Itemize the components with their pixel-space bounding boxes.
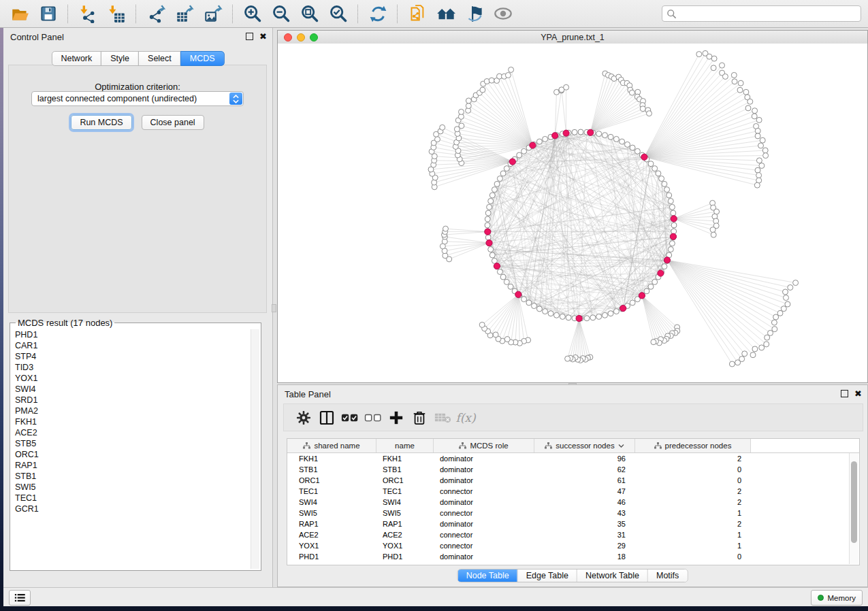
- network-node[interactable]: [505, 73, 511, 78]
- network-node[interactable]: [648, 161, 654, 167]
- network-node[interactable]: [755, 133, 760, 139]
- network-node[interactable]: [485, 216, 490, 222]
- tab-node-table[interactable]: Node Table: [458, 569, 517, 582]
- network-node[interactable]: [487, 204, 492, 210]
- network-node[interactable]: [748, 99, 753, 104]
- network-node[interactable]: [752, 114, 757, 119]
- mcds-result-item[interactable]: SRD1: [15, 395, 251, 406]
- network-node[interactable]: [543, 136, 548, 142]
- zoom-in-button[interactable]: [242, 3, 263, 24]
- network-node[interactable]: [771, 320, 777, 325]
- network-node[interactable]: [492, 187, 497, 193]
- search-box[interactable]: [662, 5, 861, 22]
- table-row[interactable]: PHD1PHD1dominator180: [287, 551, 859, 562]
- network-node[interactable]: [564, 84, 569, 90]
- network-node[interactable]: [648, 284, 654, 289]
- column-header-successor-nodes[interactable]: successor nodes: [534, 439, 635, 452]
- network-node[interactable]: [711, 65, 716, 71]
- network-node[interactable]: [613, 309, 619, 314]
- network-node[interactable]: [772, 327, 777, 332]
- mcds-result-item[interactable]: STB5: [15, 438, 251, 449]
- network-node[interactable]: [488, 199, 494, 204]
- network-node[interactable]: [758, 143, 764, 148]
- network-node[interactable]: [735, 360, 741, 365]
- network-node[interactable]: [640, 106, 645, 112]
- network-node[interactable]: [785, 301, 790, 307]
- network-node[interactable]: [435, 137, 440, 142]
- home-button[interactable]: [436, 3, 456, 24]
- network-node[interactable]: [793, 280, 799, 286]
- mcds-result-item[interactable]: RAP1: [15, 460, 251, 471]
- network-node[interactable]: [762, 148, 768, 153]
- deselect-all-button[interactable]: [361, 407, 385, 429]
- network-node[interactable]: [572, 129, 577, 135]
- network-node[interactable]: [634, 148, 640, 154]
- network-node[interactable]: [745, 105, 751, 111]
- zoom-out-button[interactable]: [271, 3, 291, 24]
- network-node[interactable]: [668, 247, 673, 252]
- tab-network-table[interactable]: Network Table: [577, 569, 647, 582]
- network-node[interactable]: [443, 226, 449, 231]
- network-node[interactable]: [764, 342, 769, 347]
- add-column-button[interactable]: [385, 407, 408, 429]
- mcds-result-item[interactable]: GCR1: [15, 503, 251, 514]
- network-node[interactable]: [671, 222, 677, 228]
- network-node[interactable]: [543, 309, 548, 314]
- mcds-dominator-node[interactable]: [552, 133, 558, 139]
- network-node[interactable]: [602, 312, 608, 318]
- network-node[interactable]: [754, 182, 760, 188]
- network-node[interactable]: [613, 136, 619, 142]
- export-image-button[interactable]: [203, 3, 223, 24]
- table-row[interactable]: FKH1FKH1dominator962: [287, 453, 859, 464]
- network-node[interactable]: [763, 153, 769, 159]
- mcds-list-scrollbar[interactable]: [251, 329, 259, 569]
- network-node[interactable]: [521, 297, 527, 302]
- table-row[interactable]: SWI5SWI5connector431: [287, 508, 859, 518]
- panel-divider-grip[interactable]: [272, 304, 276, 312]
- mcds-result-item[interactable]: STP4: [15, 351, 251, 362]
- network-node[interactable]: [755, 167, 760, 173]
- network-node[interactable]: [440, 125, 445, 130]
- network-node[interactable]: [743, 89, 749, 95]
- network-node[interactable]: [497, 176, 502, 182]
- network-node[interactable]: [662, 264, 667, 269]
- network-node[interactable]: [659, 176, 664, 182]
- mcds-dominator-node[interactable]: [530, 142, 536, 148]
- network-node[interactable]: [509, 67, 514, 73]
- network-node[interactable]: [489, 252, 495, 258]
- network-node[interactable]: [742, 351, 748, 357]
- network-node[interactable]: [644, 288, 649, 294]
- mcds-result-item[interactable]: SWI5: [15, 482, 251, 493]
- mcds-result-item[interactable]: YOX1: [15, 373, 251, 384]
- network-node[interactable]: [466, 98, 471, 103]
- mcds-dominator-node[interactable]: [671, 216, 677, 222]
- search-input[interactable]: [677, 8, 861, 19]
- network-node[interactable]: [459, 123, 464, 129]
- network-node[interactable]: [554, 312, 560, 318]
- import-table-button[interactable]: [106, 3, 127, 24]
- show-columns-button[interactable]: [315, 407, 338, 429]
- mcds-dominator-node[interactable]: [509, 159, 515, 165]
- mcds-result-item[interactable]: CAR1: [15, 340, 251, 351]
- network-node[interactable]: [777, 310, 783, 316]
- mcds-result-item[interactable]: TEC1: [15, 493, 251, 503]
- network-node[interactable]: [608, 311, 613, 316]
- mcds-dominator-node[interactable]: [658, 270, 664, 276]
- mcds-result-item[interactable]: TID3: [15, 362, 251, 373]
- network-node[interactable]: [497, 269, 502, 275]
- network-node[interactable]: [756, 117, 762, 122]
- network-node[interactable]: [459, 109, 464, 114]
- network-node[interactable]: [669, 241, 675, 246]
- mcds-dominator-node[interactable]: [576, 315, 582, 321]
- network-node[interactable]: [488, 247, 494, 252]
- column-header-name[interactable]: name: [376, 439, 434, 452]
- column-header-shared-name[interactable]: shared name: [287, 439, 376, 452]
- close-panel-icon[interactable]: ✖: [854, 391, 862, 397]
- close-panel-button[interactable]: Close panel: [142, 115, 204, 130]
- mcds-result-item[interactable]: PHD1: [15, 329, 251, 340]
- network-node[interactable]: [629, 90, 634, 95]
- settings-gear-button[interactable]: [292, 407, 315, 429]
- mcds-dominator-node[interactable]: [515, 291, 521, 297]
- table-row[interactable]: SWI4SWI4dominator462: [287, 497, 859, 508]
- network-node[interactable]: [508, 284, 513, 289]
